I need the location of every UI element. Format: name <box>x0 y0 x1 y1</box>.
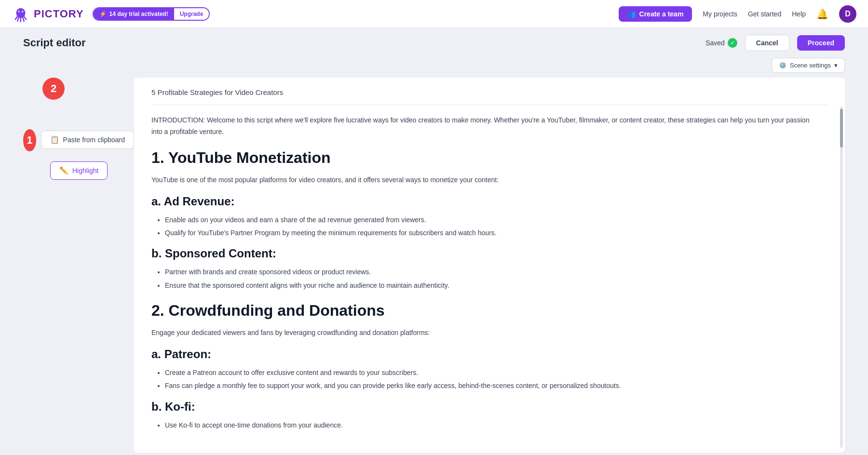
list-ad-revenue: Enable ads on your videos and earn a sha… <box>165 214 819 239</box>
saved-status: Saved ✓ <box>705 38 737 48</box>
header-left: PICTORY ⚡ 14 day trial activated! Upgrad… <box>12 5 210 23</box>
saved-check-icon: ✓ <box>728 38 737 48</box>
scene-settings-button[interactable]: ⚙️ Scene settings ▾ <box>772 58 845 73</box>
editor-doc-title: 5 Profitable Strategies for Video Creato… <box>151 88 283 96</box>
list-item: Use Ko-fi to accept one-time donations f… <box>165 420 819 430</box>
create-team-button[interactable]: 👥 Create a team <box>619 6 692 22</box>
trial-badge: ⚡ 14 day trial activated! Upgrade <box>93 7 210 21</box>
heading-ad-revenue: a. Ad Revenue: <box>151 192 819 212</box>
list-sponsored-content: Partner with brands and create sponsored… <box>165 267 819 291</box>
page-title: Script editor <box>23 37 86 49</box>
highlight-icon: ✏️ <box>59 166 68 175</box>
gear-icon: ⚙️ <box>779 62 787 69</box>
notification-bell-icon[interactable]: 🔔 <box>816 8 828 20</box>
paste-from-clipboard-button[interactable]: 📋 Paste from clipboard <box>41 131 134 149</box>
highlight-button[interactable]: ✏️ Highlight <box>50 161 108 180</box>
header: PICTORY ⚡ 14 day trial activated! Upgrad… <box>0 0 868 28</box>
scene-settings-bar: ⚙️ Scene settings ▾ <box>0 58 868 78</box>
para-youtube-intro: YouTube is one of the most popular platf… <box>151 174 819 186</box>
heading-patreon: a. Patreon: <box>151 345 819 364</box>
heading-youtube-monetization: 1. YouTube Monetization <box>151 145 819 171</box>
svg-point-4 <box>22 11 23 12</box>
clipboard-icon: 📋 <box>50 135 59 144</box>
step-1-circle: 1 <box>23 129 36 151</box>
lightning-icon: ⚡ <box>99 11 107 17</box>
list-item: Partner with brands and create sponsored… <box>165 267 819 277</box>
list-item: Enable ads on your videos and earn a sha… <box>165 214 819 225</box>
heading-kofi: b. Ko-fi: <box>151 397 819 417</box>
pictory-logo-icon <box>12 5 30 23</box>
editor-title-row: 5 Profitable Strategies for Video Creato… <box>151 78 827 105</box>
list-item: Ensure that the sponsored content aligns… <box>165 280 819 291</box>
heading-crowdfunding: 2. Crowdfunding and Donations <box>151 297 819 323</box>
my-projects-link[interactable]: My projects <box>703 10 737 18</box>
logo: PICTORY <box>12 5 84 23</box>
toolbar: Script editor Saved ✓ Cancel Proceed <box>0 28 868 58</box>
get-started-link[interactable]: Get started <box>748 10 781 18</box>
header-right: 👥 Create a team My projects Get started … <box>619 5 856 23</box>
list-item: Create a Patreon account to offer exclus… <box>165 367 819 378</box>
upgrade-label[interactable]: Upgrade <box>174 8 209 20</box>
list-kofi: Use Ko-fi to accept one-time donations f… <box>165 420 819 430</box>
team-icon: 👥 <box>627 10 636 18</box>
step-2-circle: 2 <box>42 78 65 100</box>
list-item: Qualify for YouTube's Partner Program by… <box>165 228 819 238</box>
highlight-label: Highlight <box>72 167 98 174</box>
trial-badge-left: ⚡ 14 day trial activated! <box>94 8 174 20</box>
editor-content[interactable]: INTRODUCTION: Welcome to this script whe… <box>151 115 827 430</box>
create-team-label: Create a team <box>639 10 684 18</box>
editor-scrollbar[interactable] <box>840 107 843 448</box>
intro-paragraph: INTRODUCTION: Welcome to this script whe… <box>151 115 819 138</box>
saved-label: Saved <box>705 39 725 47</box>
help-link[interactable]: Help <box>792 10 806 18</box>
script-editor[interactable]: 5 Profitable Strategies for Video Creato… <box>134 78 845 453</box>
proceed-button[interactable]: Proceed <box>797 35 845 51</box>
para-crowdfunding-intro: Engage your dedicated viewers and fans b… <box>151 327 819 339</box>
side-tools: 2 1 📋 Paste from clipboard ✏️ Highlight <box>23 78 134 453</box>
trial-text: 14 day trial activated! <box>109 11 168 17</box>
avatar[interactable]: D <box>839 5 856 23</box>
main-content: 2 1 📋 Paste from clipboard ✏️ Highlight <box>0 78 868 453</box>
scene-settings-label: Scene settings <box>790 62 831 69</box>
chevron-down-icon: ▾ <box>834 62 838 69</box>
editor-scrollbar-thumb[interactable] <box>840 109 843 147</box>
svg-point-3 <box>19 11 20 12</box>
cancel-button[interactable]: Cancel <box>745 35 789 51</box>
list-item: Fans can pledge a monthly fee to support… <box>165 380 819 391</box>
heading-sponsored-content: b. Sponsored Content: <box>151 244 819 264</box>
logo-text: PICTORY <box>34 8 84 20</box>
toolbar-actions: Saved ✓ Cancel Proceed <box>705 35 845 51</box>
list-patreon: Create a Patreon account to offer exclus… <box>165 367 819 391</box>
paste-label: Paste from clipboard <box>63 136 125 144</box>
side-tools-inner: 1 📋 Paste from clipboard ✏️ Highlight <box>23 126 134 180</box>
